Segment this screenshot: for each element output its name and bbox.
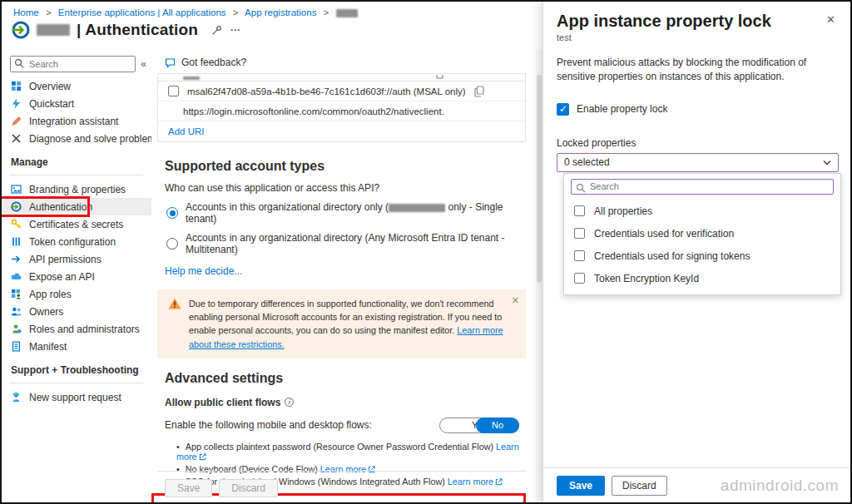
api-permissions-icon bbox=[11, 254, 22, 264]
diagnose-icon bbox=[11, 133, 22, 144]
breadcrumb-app-name-redacted[interactable] bbox=[336, 9, 358, 17]
integration-assistant-icon bbox=[11, 116, 22, 126]
sidebar-item-token-configuration[interactable]: Token configuration bbox=[2, 233, 151, 250]
sidebar-item-label: Diagnose and solve problems bbox=[29, 133, 161, 145]
main-content: Got feedback? msal62f47d08-a59a-4b1b-be4… bbox=[151, 50, 536, 502]
flows-subtitle: Enable the following mobile and desktop … bbox=[165, 419, 372, 431]
info-icon[interactable]: i bbox=[285, 398, 294, 407]
sidebar-item-label: Branding & properties bbox=[29, 184, 126, 195]
radio-unselected[interactable] bbox=[166, 238, 178, 250]
option-checkbox[interactable] bbox=[574, 228, 585, 239]
watermark: admindroid.com bbox=[721, 477, 839, 495]
supported-question: Who can use this application or access t… bbox=[165, 182, 536, 194]
flyout-search bbox=[571, 180, 834, 192]
save-button[interactable]: Save bbox=[557, 476, 605, 496]
main-footer: Save Discard bbox=[157, 471, 526, 497]
discard-button[interactable]: Discard bbox=[612, 476, 667, 496]
app-roles-icon bbox=[11, 289, 22, 299]
enable-property-lock-checkbox[interactable] bbox=[557, 103, 569, 116]
close-icon[interactable]: ✕ bbox=[823, 12, 839, 27]
sidebar-item-overview[interactable]: Overview bbox=[2, 77, 151, 95]
sidebar-item-owners[interactable]: Owners bbox=[2, 303, 151, 320]
supported-account-types-heading: Supported account types bbox=[165, 159, 536, 174]
sidebar-search-input[interactable] bbox=[10, 56, 136, 72]
sidebar-item-label: Certificates & secrets bbox=[29, 219, 123, 230]
option-label: Credentials used for verification bbox=[594, 228, 734, 240]
allow-public-client-flows-label: Allow public client flows i bbox=[165, 397, 536, 408]
option-checkbox[interactable] bbox=[574, 250, 585, 261]
authentication-icon bbox=[11, 201, 22, 212]
public-client-flows-toggle[interactable]: Yes No bbox=[439, 418, 519, 433]
sidebar-item-integration-assistant[interactable]: Integration assistant bbox=[2, 112, 151, 130]
sidebar-section-support: Support + Troubleshooting bbox=[2, 355, 151, 380]
copy-icon[interactable] bbox=[474, 86, 485, 97]
divider bbox=[10, 383, 143, 383]
breadcrumb-home[interactable]: Home bbox=[13, 7, 39, 17]
pin-icon[interactable] bbox=[211, 25, 222, 36]
collapse-sidebar-icon[interactable]: « bbox=[141, 58, 146, 70]
sidebar-item-label: API permissions bbox=[29, 254, 102, 265]
support-request-icon bbox=[11, 392, 22, 403]
more-options-icon[interactable]: ··· bbox=[230, 24, 240, 36]
quickstart-icon bbox=[11, 98, 22, 109]
sidebar-item-api-permissions[interactable]: API permissions bbox=[2, 250, 151, 268]
panel-subtitle: test bbox=[557, 32, 771, 42]
sidebar-item-branding[interactable]: Branding & properties bbox=[2, 180, 151, 198]
option-all-properties[interactable]: All properties bbox=[574, 205, 834, 217]
main-scrollbar[interactable] bbox=[536, 50, 542, 502]
radio-single-tenant[interactable]: Accounts in this organizational director… bbox=[166, 201, 536, 225]
warning-icon bbox=[168, 298, 181, 309]
sidebar-item-authentication[interactable]: Authentication bbox=[2, 198, 151, 215]
app-instance-property-lock-panel: App instance property lock test ✕ Preven… bbox=[542, 2, 852, 502]
toggle-no-label[interactable]: No bbox=[476, 418, 519, 433]
option-label: All properties bbox=[594, 205, 652, 217]
option-credentials-verification[interactable]: Credentials used for verification bbox=[574, 228, 834, 240]
radio-selected[interactable] bbox=[166, 207, 178, 219]
panel-description: Prevent malicious attacks by blocking th… bbox=[557, 56, 843, 85]
enable-property-lock-row[interactable]: Enable property lock bbox=[557, 103, 839, 116]
flyout-search-input[interactable] bbox=[571, 179, 834, 195]
uri-row-msal: msal62f47d08-a59a-4b1b-be46-7c161c1d603f… bbox=[158, 82, 525, 101]
close-icon[interactable]: ✕ bbox=[512, 294, 519, 308]
sidebar-item-label: Expose an API bbox=[29, 271, 95, 283]
sidebar-item-certificates[interactable]: Certificates & secrets bbox=[2, 215, 151, 233]
sidebar-item-expose-api[interactable]: Expose an API bbox=[2, 268, 151, 285]
chevron-down-icon bbox=[823, 160, 831, 166]
scrollbar-thumb[interactable] bbox=[537, 75, 542, 283]
search-icon bbox=[576, 183, 586, 193]
owners-icon bbox=[11, 306, 22, 317]
option-credentials-signing[interactable]: Credentials used for signing tokens bbox=[574, 250, 834, 262]
radio-multitenant[interactable]: Accounts in any organizational directory… bbox=[166, 232, 536, 255]
breadcrumb-separator: > bbox=[324, 7, 329, 17]
certificates-icon bbox=[11, 219, 22, 230]
option-checkbox[interactable] bbox=[574, 205, 585, 216]
save-button[interactable]: Save bbox=[165, 479, 212, 497]
dropdown-value: 0 selected bbox=[564, 156, 610, 168]
sidebar-item-label: Authentication bbox=[29, 201, 92, 213]
page-title-bar: | Authentication ··· bbox=[12, 21, 240, 39]
breadcrumb: Home > Enterprise applications | All app… bbox=[13, 7, 358, 17]
branding-icon bbox=[11, 184, 22, 195]
sidebar-item-manifest[interactable]: Manifest bbox=[2, 338, 151, 355]
help-me-decide-link[interactable]: Help me decide... bbox=[165, 265, 242, 277]
sidebar-item-quickstart[interactable]: Quickstart bbox=[2, 95, 151, 112]
sidebar-item-roles-administrators[interactable]: Roles and administrators bbox=[2, 320, 151, 338]
option-checkbox[interactable] bbox=[574, 273, 585, 284]
add-uri-link[interactable]: Add URI bbox=[168, 126, 204, 136]
sidebar-item-new-support-request[interactable]: New support request bbox=[2, 388, 151, 406]
sidebar-item-label: Token configuration bbox=[29, 236, 116, 248]
breadcrumb-app-registrations[interactable]: App registrations bbox=[245, 7, 316, 17]
sidebar-item-diagnose[interactable]: Diagnose and solve problems bbox=[2, 130, 151, 147]
warning-banner: ✕ Due to temporary differences in suppor… bbox=[157, 289, 526, 358]
locked-properties-dropdown[interactable]: 0 selected bbox=[557, 153, 839, 172]
discard-button[interactable]: Discard bbox=[219, 479, 278, 497]
msal-uri-text: msal62f47d08-a59a-4b1b-be46-7c161c1d603f… bbox=[187, 86, 466, 96]
breadcrumb-separator: > bbox=[233, 7, 239, 17]
sidebar-item-app-roles[interactable]: App roles bbox=[2, 285, 151, 303]
option-token-encryption-keyid[interactable]: Token Encryption KeyId bbox=[574, 273, 834, 284]
uri-checkbox[interactable] bbox=[168, 86, 179, 96]
got-feedback[interactable]: Got feedback? bbox=[165, 57, 536, 68]
nativeclient-uri-text: https://login.microsoftonline.com/common… bbox=[183, 106, 444, 116]
panel-footer: Save Discard admindroid.com bbox=[543, 467, 852, 502]
breadcrumb-enterprise-apps[interactable]: Enterprise applications | All applicatio… bbox=[58, 7, 226, 17]
